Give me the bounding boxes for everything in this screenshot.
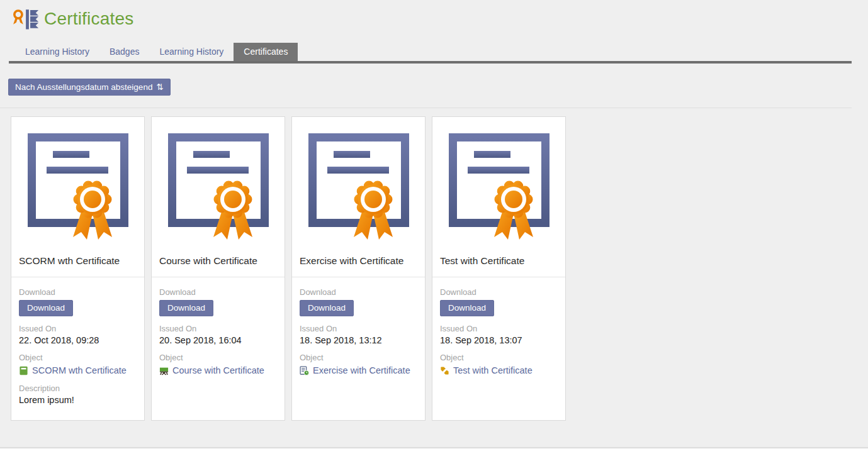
sortation-button[interactable]: Nach Ausstellungsdatum absteigend ⇅	[8, 79, 171, 96]
object-row: SCORM wth Certificate	[19, 365, 137, 376]
card-properties: Download Download Issued On 22. Oct 2018…	[11, 277, 144, 420]
sortation-label: Nach Ausstellungsdatum absteigend	[15, 82, 152, 92]
certificate-image	[11, 117, 144, 245]
object-row: Course with Certificate	[159, 365, 277, 376]
download-label: Download	[19, 287, 137, 297]
download-button[interactable]: Download	[19, 300, 73, 316]
certificate-rosette-icon	[308, 133, 409, 244]
download-label: Download	[300, 287, 417, 297]
issued-on-label: Issued On	[300, 324, 417, 333]
card-properties: Download Download Issued On 18. Sep 2018…	[292, 277, 425, 420]
certificate-image	[152, 117, 285, 245]
toolbar-divider	[0, 108, 852, 108]
download-button[interactable]: Download	[159, 300, 213, 316]
object-link[interactable]: Course with Certificate	[172, 365, 264, 375]
certificate-rosette-icon	[449, 133, 550, 244]
description-value: Lorem ipsum!	[19, 395, 137, 405]
card-properties: Download Download Issued On 18. Sep 2018…	[432, 277, 565, 420]
certificate-card-deck: SCORM wth Certificate Download Download …	[11, 116, 868, 421]
certificate-card: SCORM wth Certificate Download Download …	[11, 116, 145, 421]
tab-learning-history-1[interactable]: Learning History	[15, 43, 99, 61]
test-icon	[440, 365, 449, 376]
tab-bar: Learning History Badges Learning History…	[9, 43, 852, 64]
download-label: Download	[159, 287, 277, 297]
object-label: Object	[300, 353, 417, 362]
certificate-card: Test with Certificate Download Download …	[432, 116, 566, 421]
page-title: Certificates	[44, 9, 133, 29]
object-row: Exercise with Certificate	[300, 365, 417, 376]
object-link[interactable]: SCORM wth Certificate	[32, 365, 127, 375]
course-icon	[159, 365, 169, 376]
certificates-header-icon	[9, 6, 39, 31]
certificate-card: Course with Certificate Download Downloa…	[151, 116, 285, 421]
card-properties: Download Download Issued On 20. Sep 2018…	[152, 277, 285, 420]
issued-on-value: 22. Oct 2018, 09:28	[19, 335, 137, 345]
description-label: Description	[19, 384, 137, 393]
certificate-image	[292, 117, 425, 245]
download-button[interactable]: Download	[440, 300, 494, 316]
object-label: Object	[440, 353, 558, 362]
certificate-rosette-icon	[28, 133, 128, 244]
tab-certificates[interactable]: Certificates	[234, 43, 298, 61]
download-label: Download	[440, 287, 558, 297]
download-button[interactable]: Download	[300, 300, 354, 316]
exercise-icon	[300, 365, 309, 376]
issued-on-label: Issued On	[19, 324, 137, 333]
certificates-page: Certificates Learning History Badges Lea…	[0, 0, 868, 449]
certificate-image	[432, 117, 565, 245]
page-header: Certificates	[0, 0, 868, 34]
toolbar: Nach Ausstellungsdatum absteigend ⇅	[8, 79, 868, 96]
issued-on-value: 20. Sep 2018, 16:04	[159, 335, 277, 345]
issued-on-value: 18. Sep 2018, 13:12	[300, 335, 417, 345]
scorm-icon	[19, 365, 28, 376]
issued-on-value: 18. Sep 2018, 13:07	[440, 335, 558, 345]
issued-on-label: Issued On	[159, 324, 277, 333]
issued-on-label: Issued On	[440, 324, 558, 333]
card-title: Test with Certificate	[432, 245, 565, 277]
certificate-card: Exercise with Certificate Download Downl…	[291, 116, 426, 421]
object-row: Test with Certificate	[440, 365, 558, 376]
card-title: Exercise with Certificate	[292, 245, 425, 277]
tab-badges[interactable]: Badges	[99, 43, 149, 61]
card-title: SCORM wth Certificate	[11, 245, 144, 277]
object-link[interactable]: Test with Certificate	[453, 365, 533, 375]
object-label: Object	[19, 353, 137, 362]
sort-arrows-icon: ⇅	[156, 82, 163, 92]
object-link[interactable]: Exercise with Certificate	[313, 365, 410, 375]
card-title: Course with Certificate	[152, 245, 285, 277]
object-label: Object	[159, 353, 277, 362]
tab-learning-history-2[interactable]: Learning History	[149, 43, 234, 61]
footer-divider	[0, 447, 868, 448]
certificate-rosette-icon	[168, 133, 269, 244]
